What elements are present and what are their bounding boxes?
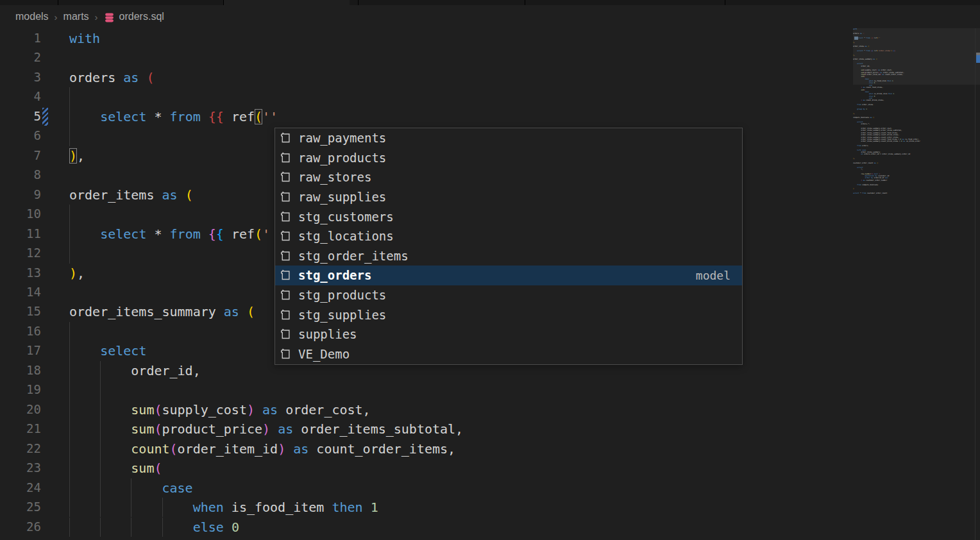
line-number[interactable]: 24 xyxy=(0,480,41,494)
line-number[interactable]: 14 xyxy=(0,285,41,299)
code-token: count_drink_items, xyxy=(865,99,884,101)
code-line[interactable]: order_items as ( xyxy=(69,185,193,205)
breadcrumb-item-marts[interactable]: marts xyxy=(63,11,89,22)
code-line[interactable]: orders as ( xyxy=(69,68,154,87)
line-number[interactable]: 25 xyxy=(0,500,41,514)
line-number[interactable]: 18 xyxy=(0,363,41,377)
go-to-file-icon xyxy=(279,210,294,224)
line-number[interactable]: 5 xyxy=(0,109,41,123)
line-number[interactable]: 22 xyxy=(0,441,41,455)
suggest-item-label: stg_supplies xyxy=(298,308,386,322)
database-icon xyxy=(104,12,115,23)
tab-bar[interactable] xyxy=(0,0,980,5)
line-number[interactable]: 21 xyxy=(0,421,41,435)
breadcrumb: models › marts › orders.sql xyxy=(0,5,980,28)
suggest-item-stg_products[interactable]: stg_products xyxy=(275,285,742,305)
code-token: as xyxy=(278,421,293,437)
code-line[interactable]: select * from {{ ref(' xyxy=(69,224,270,244)
minimap[interactable]: withorders as ( select * from {{ ref('')… xyxy=(853,28,975,246)
suggest-item-raw_supplies[interactable]: raw_supplies xyxy=(275,187,742,207)
code-line[interactable]: sum(product_price) as order_items_subtot… xyxy=(69,419,463,439)
code-token: *, xyxy=(853,169,863,171)
code-token: , xyxy=(854,158,856,160)
code-line[interactable]: ), xyxy=(69,146,85,165)
code-token: order_items xyxy=(861,104,874,106)
code-line[interactable]: else 0 xyxy=(69,518,239,537)
line-number[interactable]: 20 xyxy=(0,402,41,416)
suggest-item-stg_supplies[interactable]: stg_supplies xyxy=(275,305,742,325)
suggest-item-stg_customers[interactable]: stg_customers xyxy=(275,207,742,226)
code-token: sum xyxy=(131,402,154,418)
code-line[interactable]: sum(supply_cost) as order_cost, xyxy=(69,400,371,419)
suggest-item-stg_locations[interactable]: stg_locations xyxy=(275,226,742,246)
suggest-item-label: stg_locations xyxy=(298,229,394,243)
code-token xyxy=(853,179,861,181)
code-token xyxy=(69,421,131,437)
code-token: else xyxy=(193,519,224,535)
line-number[interactable]: 16 xyxy=(0,324,41,338)
code-token: then xyxy=(332,500,362,515)
line-number[interactable]: 15 xyxy=(0,304,41,318)
line-number[interactable]: 9 xyxy=(0,187,41,201)
code-token xyxy=(139,70,146,85)
line-number[interactable]: 8 xyxy=(0,167,41,181)
code-line[interactable]: order_items_summary as ( xyxy=(69,302,255,321)
code-token: count_food_items, xyxy=(865,87,883,89)
code-token: ( xyxy=(146,70,154,85)
code-token: select xyxy=(853,192,859,194)
line-number[interactable]: 13 xyxy=(0,266,41,280)
indent-guide xyxy=(69,205,70,224)
suggest-widget[interactable]: raw_paymentsraw_productsraw_storesraw_su… xyxy=(275,128,743,365)
breadcrumb-item-file[interactable]: orders.sql xyxy=(119,11,164,22)
code-line[interactable]: order_id, xyxy=(69,361,201,380)
code-token: , xyxy=(854,54,856,56)
suggest-item-supplies[interactable]: supplies xyxy=(275,325,742,344)
line-number[interactable]: 10 xyxy=(0,207,41,221)
code-token: order_id, xyxy=(69,363,201,378)
code-token: order_items_subtotal, xyxy=(293,421,463,437)
line-number[interactable]: 7 xyxy=(0,148,41,162)
code-token: '' xyxy=(262,109,278,124)
line-number[interactable]: 23 xyxy=(0,460,41,475)
line-number[interactable]: 3 xyxy=(0,70,41,84)
line-number[interactable]: 2 xyxy=(0,50,41,64)
code-token xyxy=(853,99,861,101)
line-number[interactable]: 26 xyxy=(0,519,41,534)
code-token: is_food_item xyxy=(224,500,332,515)
breadcrumb-item-models[interactable]: models xyxy=(15,11,49,22)
code-token: ) xyxy=(69,266,77,281)
code-token: sum xyxy=(131,421,154,437)
suggest-item-stg_order_items[interactable]: stg_order_items xyxy=(275,246,742,266)
line-number[interactable]: 4 xyxy=(0,89,41,103)
code-token: customer_order_count xyxy=(853,162,874,164)
suggest-item-VE_Demo[interactable]: VE_Demo xyxy=(275,344,742,364)
code-token xyxy=(69,480,162,496)
code-line[interactable]: with xyxy=(69,29,100,48)
code-line[interactable]: sum( xyxy=(69,459,162,478)
suggest-item-raw_products[interactable]: raw_products xyxy=(275,148,742,168)
line-number[interactable]: 12 xyxy=(0,246,41,260)
suggest-item-label: raw_stores xyxy=(298,170,371,184)
line-number[interactable]: 19 xyxy=(0,382,41,396)
code-token xyxy=(270,421,278,437)
code-line[interactable]: when is_food_item then 1 xyxy=(69,498,378,517)
line-number[interactable]: 11 xyxy=(0,226,41,240)
suggest-item-stg_orders[interactable]: stg_ordersmodel xyxy=(275,266,742,285)
line-number[interactable]: 6 xyxy=(0,128,41,142)
overview-ruler[interactable] xyxy=(975,28,976,540)
line-number[interactable]: 17 xyxy=(0,343,41,357)
code-token: count xyxy=(131,441,169,457)
code-line[interactable]: count(order_item_id) as count_order_item… xyxy=(69,439,455,459)
suggest-item-raw_payments[interactable]: raw_payments xyxy=(275,128,742,148)
modified-line-marker[interactable] xyxy=(42,108,48,126)
chevron-right-icon: › xyxy=(55,12,58,22)
line-number[interactable]: 1 xyxy=(0,31,41,45)
code-token: as xyxy=(293,441,308,457)
suggest-item-raw_stores[interactable]: raw_stores xyxy=(275,167,742,187)
code-line[interactable]: ), xyxy=(69,264,85,283)
code-line[interactable]: case xyxy=(69,478,193,498)
code-line[interactable]: select * from {{ ref('' xyxy=(69,107,278,126)
code-token: from xyxy=(170,226,201,242)
code-token xyxy=(201,109,208,124)
code-line[interactable]: select xyxy=(69,341,146,360)
